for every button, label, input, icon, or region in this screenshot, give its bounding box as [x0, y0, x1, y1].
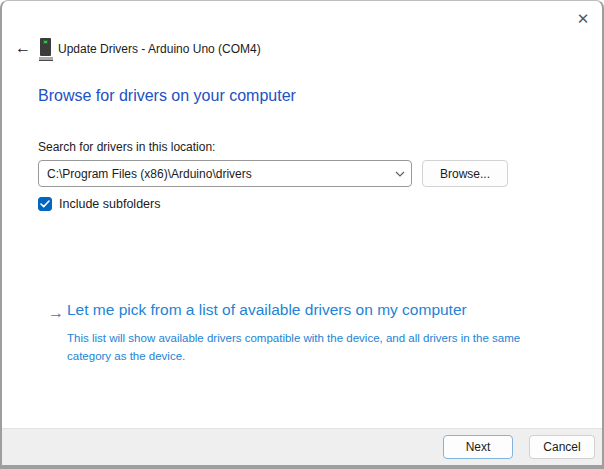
back-arrow-icon: ← — [15, 39, 31, 57]
next-button[interactable]: Next — [443, 435, 513, 459]
close-icon: ✕ — [577, 10, 590, 28]
checkmark-icon — [40, 200, 50, 208]
chevron-down-icon[interactable] — [389, 171, 411, 177]
driver-location-combobox[interactable] — [38, 160, 412, 187]
dialog-footer: Next Cancel — [2, 428, 602, 465]
device-driver-icon — [39, 38, 53, 61]
let-me-pick-description: This list will show available drivers co… — [67, 330, 549, 366]
close-button[interactable]: ✕ — [568, 6, 598, 32]
let-me-pick-link[interactable]: Let me pick from a list of available dri… — [67, 301, 467, 319]
include-subfolders-label: Include subfolders — [59, 197, 160, 211]
page-heading: Browse for drivers on your computer — [38, 87, 296, 105]
device-green-light — [43, 40, 48, 44]
include-subfolders-row[interactable]: Include subfolders — [38, 197, 160, 211]
driver-location-input[interactable] — [39, 161, 389, 186]
right-arrow-icon: → — [48, 304, 64, 322]
device-base-shape — [39, 57, 53, 61]
cancel-button[interactable]: Cancel — [529, 435, 595, 459]
update-drivers-dialog: ✕ ← Update Drivers - Arduino Uno (COM4) … — [0, 0, 604, 469]
include-subfolders-checkbox[interactable] — [38, 197, 52, 211]
search-location-label: Search for drivers in this location: — [38, 140, 215, 154]
dialog-title: Update Drivers - Arduino Uno (COM4) — [58, 42, 261, 56]
back-button[interactable]: ← — [10, 37, 36, 59]
browse-button[interactable]: Browse... — [422, 160, 508, 187]
